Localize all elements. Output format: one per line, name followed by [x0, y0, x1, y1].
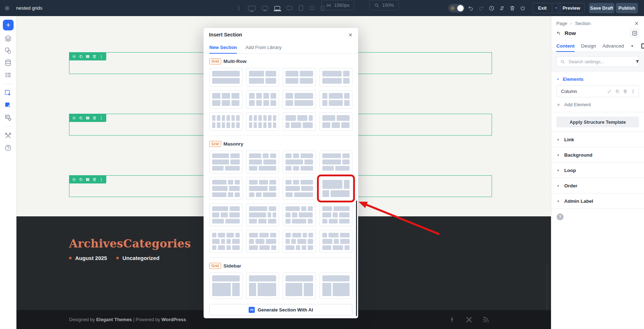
layout-thumbnail[interactable]	[283, 90, 316, 109]
exit-button[interactable]: Exit	[533, 3, 552, 13]
laptop-icon[interactable]	[274, 6, 280, 10]
table-settings-icon[interactable]	[4, 113, 13, 122]
caret-right-icon[interactable]	[557, 138, 560, 141]
tabs-caret-icon[interactable]	[630, 44, 634, 48]
element-row-column[interactable]: Column	[556, 85, 639, 97]
dots-v-icon[interactable]	[631, 89, 635, 94]
list-settings-icon[interactable]	[4, 70, 13, 79]
design-presets-icon[interactable]	[4, 46, 13, 55]
layout-thumbnail[interactable]	[246, 151, 279, 173]
layout-thumbnail[interactable]	[319, 151, 353, 173]
layout-thumbnail[interactable]	[283, 177, 316, 200]
layout-thumbnail[interactable]	[209, 90, 243, 109]
breadcrumb-section[interactable]: Section	[575, 21, 590, 26]
builder-settings-gear-icon[interactable]	[4, 5, 10, 11]
row-more-icon[interactable]	[99, 116, 103, 120]
panel-close-icon[interactable]	[634, 21, 639, 26]
tablet-landscape-icon[interactable]	[287, 6, 292, 10]
tab-content[interactable]: Content	[556, 40, 575, 51]
row-duplicate-icon[interactable]	[79, 177, 83, 182]
help-badge-icon[interactable]: ?	[557, 213, 564, 220]
footer-link[interactable]: Uncategorized	[116, 255, 159, 261]
facebook-icon[interactable]	[449, 316, 456, 323]
layout-thumbnail[interactable]	[246, 68, 279, 87]
elegant-themes-link[interactable]: Elegant Themes	[96, 317, 132, 322]
settings-group-link[interactable]: Link	[551, 132, 644, 147]
layout-thumbnail[interactable]	[209, 272, 243, 299]
close-icon[interactable]	[348, 33, 353, 37]
row-delete-icon[interactable]	[92, 54, 97, 59]
row-delete-icon[interactable]	[92, 177, 97, 182]
layout-thumbnail[interactable]	[319, 272, 353, 299]
row-delete-icon[interactable]	[92, 116, 97, 120]
settings-group-order[interactable]: Order	[551, 178, 644, 193]
sort-layers-icon[interactable]	[499, 5, 505, 11]
copy-icon[interactable]	[615, 89, 620, 94]
row-settings-icon[interactable]	[72, 177, 76, 182]
layout-thumbnail[interactable]	[246, 203, 279, 226]
canvas-zoom-field[interactable]: 100%	[369, 0, 399, 10]
settings-group-loop[interactable]: Loop	[551, 162, 644, 178]
add-element-button[interactable]: Add Element	[551, 97, 644, 112]
trash-icon[interactable]	[509, 5, 515, 11]
layout-thumbnail[interactable]	[283, 203, 316, 226]
history-icon[interactable]	[489, 5, 494, 11]
database-icon[interactable]	[4, 58, 13, 67]
desktop-icon[interactable]	[262, 6, 268, 10]
generate-section-with-ai-button[interactable]: AIGenerate Section With AI	[209, 304, 352, 315]
tools-icon[interactable]	[4, 131, 13, 140]
layout-thumbnail[interactable]	[246, 90, 279, 109]
responsive-menu-dots-icon[interactable]	[236, 5, 241, 11]
layout-thumbnail[interactable]	[283, 68, 316, 87]
footer-link[interactable]: August 2025	[69, 255, 107, 261]
layout-thumbnail[interactable]	[283, 151, 316, 173]
row-columns-icon[interactable]	[86, 177, 90, 182]
caret-right-icon[interactable]	[557, 169, 560, 172]
element-box-icon[interactable]	[640, 43, 644, 49]
publish-button[interactable]: Publish	[616, 3, 638, 13]
tab-advanced[interactable]: Advanced	[602, 40, 624, 51]
redo-icon[interactable]	[478, 5, 484, 11]
phone-landscape-icon[interactable]	[309, 6, 315, 10]
layout-thumbnail[interactable]	[283, 112, 316, 131]
canvas-scrollbar[interactable]	[546, 263, 548, 310]
layout-thumbnail-highlighted[interactable]	[319, 177, 353, 200]
caret-right-icon[interactable]	[557, 153, 560, 157]
layout-thumbnail[interactable]	[246, 272, 279, 299]
layout-thumbnail[interactable]	[209, 177, 243, 200]
settings-group-background[interactable]: Background	[551, 147, 644, 162]
apply-structure-template-button[interactable]: Apply Structure Template	[556, 117, 639, 127]
select-mode-icon[interactable]	[4, 89, 13, 97]
power-icon[interactable]	[520, 5, 526, 11]
layout-thumbnail[interactable]	[246, 230, 279, 253]
layout-thumbnail[interactable]	[209, 230, 243, 253]
add-new-button[interactable]	[3, 20, 14, 30]
tab-add-from-library[interactable]: Add From Library	[245, 41, 281, 53]
layers-icon[interactable]	[4, 34, 13, 43]
layout-thumbnail[interactable]	[209, 203, 243, 226]
row-columns-icon[interactable]	[86, 54, 90, 59]
settings-group-admin-label[interactable]: Admin Label	[551, 193, 644, 208]
rss-icon[interactable]	[482, 316, 489, 323]
layout-thumbnail[interactable]	[209, 112, 243, 131]
layout-thumbnail[interactable]	[319, 112, 353, 131]
help-icon[interactable]	[4, 143, 13, 152]
preview-button[interactable]: Preview	[558, 3, 585, 13]
layout-thumbnail[interactable]	[319, 90, 353, 109]
row-duplicate-icon[interactable]	[79, 116, 83, 120]
save-draft-button[interactable]: Save Draft	[589, 3, 614, 13]
desktop-large-icon[interactable]	[248, 6, 255, 10]
filter-funnel-icon[interactable]	[635, 59, 640, 64]
caret-right-icon[interactable]	[557, 184, 560, 187]
expand-panel-button[interactable]	[630, 29, 639, 37]
multi-select-mode-icon[interactable]	[4, 101, 13, 109]
row-duplicate-icon[interactable]	[79, 54, 83, 59]
row-more-icon[interactable]	[99, 177, 103, 182]
elements-group-header[interactable]: Elements	[551, 72, 644, 85]
modal-scrollbar[interactable]	[356, 201, 357, 316]
canvas-width-field[interactable]: 1560px	[321, 0, 355, 10]
layout-thumbnail[interactable]	[283, 272, 316, 299]
layout-thumbnail[interactable]	[319, 68, 353, 87]
pencil-icon[interactable]	[607, 89, 612, 94]
layout-thumbnail[interactable]	[209, 68, 243, 87]
